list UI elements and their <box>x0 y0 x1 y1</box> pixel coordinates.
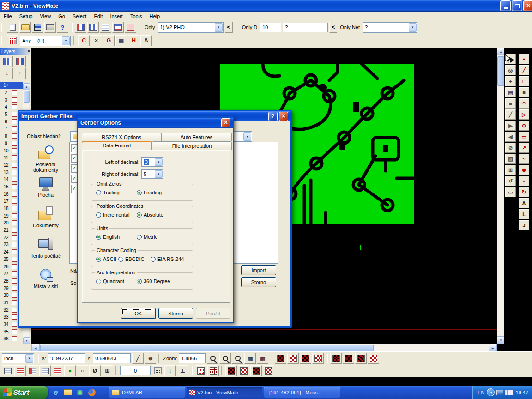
pointer-tool-icon[interactable] <box>505 54 516 64</box>
place-recent-documents[interactable]: Poslední dokumenty <box>24 145 68 176</box>
layer-table-icon[interactable] <box>1 56 13 67</box>
film-pattern-icon-4[interactable] <box>312 353 324 364</box>
layer-visibility-box[interactable] <box>12 314 17 320</box>
letter-c-icon[interactable]: C <box>78 35 90 46</box>
layer-visibility-box[interactable] <box>12 206 17 211</box>
radio-quadrant[interactable]: Quadrant <box>96 278 137 284</box>
hatch-tool-icon[interactable]: ▨ <box>505 154 516 164</box>
radio-dot-icon[interactable] <box>96 279 101 284</box>
anchor-icon[interactable]: ⊥ <box>177 365 188 376</box>
add-j-text-icon[interactable]: J <box>519 220 529 230</box>
show-desktop-icon[interactable]: ▣ <box>75 387 85 398</box>
only-dcode-toggle[interactable]: Only D <box>241 24 259 30</box>
dcode-grid-icon[interactable]: ▦ <box>244 353 256 364</box>
layer-visibility-box[interactable] <box>12 293 17 298</box>
zoom-all-icon[interactable] <box>232 353 243 364</box>
dcode-field[interactable]: 10 <box>260 23 281 32</box>
layer-visibility-box[interactable] <box>12 278 17 284</box>
layer-stack-icon-3[interactable] <box>27 365 38 376</box>
radio-dot-icon[interactable] <box>137 190 142 195</box>
layer-visibility-box[interactable] <box>12 155 17 160</box>
diag-pattern-icon[interactable] <box>355 353 367 364</box>
radio-incremental[interactable]: Incremental <box>96 212 137 218</box>
layer-stack-icon-2[interactable] <box>14 365 26 376</box>
layer-visibility-box[interactable] <box>12 177 17 182</box>
dropdown-arrow-icon[interactable] <box>25 354 33 363</box>
scroll-thumb[interactable] <box>40 345 374 351</box>
prev-dcode-button[interactable]: < <box>329 22 337 33</box>
cancel-button[interactable]: Storno <box>158 308 193 319</box>
menu-file[interactable]: File <box>0 12 16 21</box>
grid-value-field[interactable]: 0 <box>120 366 151 375</box>
hide-icons-button[interactable] <box>487 388 495 396</box>
layer-row[interactable]: 3 <box>0 96 23 103</box>
add-star-icon[interactable]: ⋆ <box>519 176 529 186</box>
dot-grid-icon[interactable] <box>152 365 163 376</box>
close-button[interactable] <box>279 112 288 121</box>
cut-tool-icon[interactable]: ⊗ <box>519 165 529 175</box>
layer-visibility-box[interactable] <box>12 199 17 204</box>
film-pattern-icon-2[interactable] <box>287 353 299 364</box>
vertical-scrollbar[interactable]: ▲ ▼ <box>497 48 504 344</box>
radio-dot-icon[interactable] <box>96 235 101 240</box>
layer-stack-icon-5[interactable] <box>52 365 63 376</box>
radio-absolute[interactable]: Absolute <box>137 212 163 218</box>
edit-dcodes-icon[interactable] <box>125 22 136 33</box>
select-filter-combo[interactable]: Any (U) <box>20 36 71 46</box>
layer-visibility-box[interactable] <box>12 133 17 139</box>
origin-icon[interactable]: ⊕ <box>145 353 156 364</box>
layers-tool-icon[interactable]: ▤ <box>505 87 516 97</box>
layer-row[interactable]: 2 <box>0 89 23 97</box>
checker-icon-3[interactable] <box>250 365 262 376</box>
layer-visibility-box[interactable] <box>12 322 17 327</box>
left-of-decimal-combo[interactable]: 3 <box>141 157 163 167</box>
layer-visibility-box[interactable] <box>12 163 17 168</box>
layer-combo[interactable]: 1) V2.PHO <box>158 22 224 33</box>
add-vector-icon[interactable]: ↗ <box>519 143 529 153</box>
display-settings-icon[interactable] <box>496 390 503 395</box>
red-dot-pattern-icon-2[interactable] <box>207 365 219 376</box>
net-grid-icon[interactable]: ▦ <box>257 353 268 364</box>
help-button[interactable] <box>268 112 278 121</box>
restore-button[interactable] <box>512 0 522 11</box>
layer-visibility-box[interactable] <box>12 184 17 189</box>
language-indicator[interactable]: EN <box>478 390 484 395</box>
layer-visibility-box[interactable] <box>12 126 17 131</box>
layer-visibility-box[interactable] <box>12 264 17 269</box>
context-help-icon[interactable]: ? <box>57 22 68 33</box>
import-button[interactable]: Import <box>241 265 276 275</box>
add-polygon-icon[interactable]: ▷ <box>519 109 529 120</box>
minimize-button[interactable] <box>500 0 511 11</box>
horizontal-scrollbar[interactable]: ◀ ▶ <box>31 344 497 351</box>
place-documents[interactable]: Dokumenty <box>24 206 68 237</box>
print-icon[interactable] <box>44 22 56 33</box>
checker-icon-2[interactable] <box>238 365 249 376</box>
firefox-icon[interactable] <box>87 387 97 398</box>
layer-visibility-box[interactable] <box>12 242 17 247</box>
layer-visibility-box[interactable] <box>12 97 17 103</box>
layer-visibility-box[interactable] <box>12 300 17 305</box>
layer-visibility-box[interactable] <box>12 90 17 95</box>
cancel-import-button[interactable]: Storno <box>241 277 276 287</box>
step-forward-icon[interactable]: ▶ <box>505 121 516 131</box>
menu-view[interactable]: View <box>36 12 54 21</box>
letter-h-icon[interactable]: H <box>128 35 139 46</box>
layer-visibility-box[interactable] <box>12 228 17 233</box>
menu-edit[interactable]: Edit <box>90 12 106 21</box>
input-language-icon[interactable] <box>505 390 513 395</box>
radio-360-degree[interactable]: 360 Degree <box>137 278 170 284</box>
radio-leading[interactable]: Leading <box>137 190 162 195</box>
probe-lamp-icon[interactable]: Ø <box>89 365 101 376</box>
layer-visibility-box[interactable] <box>12 104 17 109</box>
menu-tools[interactable]: Tools <box>127 12 146 21</box>
layer-stack-icon-1[interactable] <box>2 365 13 376</box>
tab-auto-features[interactable]: Auto Features <box>161 133 232 141</box>
letter-g-icon[interactable]: G <box>103 35 115 46</box>
layer-visibility-box[interactable] <box>12 213 17 218</box>
add-point-icon[interactable]: ● <box>519 54 529 64</box>
radio-trailing[interactable]: Trailing <box>96 190 137 195</box>
folder-quicklaunch-icon[interactable] <box>63 387 73 398</box>
layer-colors-icon[interactable] <box>14 56 26 67</box>
radio-eia-rs-244[interactable]: EIA RS-244 <box>151 256 184 262</box>
layer-visibility-box[interactable] <box>12 192 17 197</box>
